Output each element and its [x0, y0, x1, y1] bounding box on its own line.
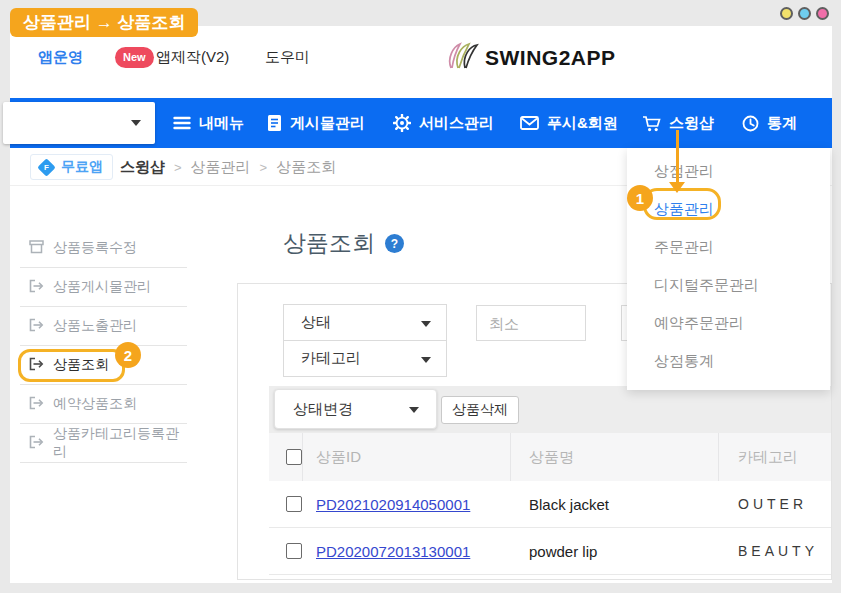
row-checkbox-cell: [269, 481, 303, 527]
row-checkbox[interactable]: [286, 496, 302, 512]
page-title: 상품조회: [283, 228, 375, 259]
breadcrumb: 스윙샵 > 상품관리 > 상품조회: [120, 148, 336, 186]
nav-item-label: 서비스관리: [419, 114, 494, 133]
product-id-link[interactable]: PD2020072013130001: [316, 543, 470, 560]
breadcrumb-separator: >: [260, 160, 268, 175]
status-change-select[interactable]: 상태변경: [274, 389, 437, 429]
help-icon[interactable]: ?: [385, 234, 404, 253]
status-change-label: 상태변경: [293, 400, 353, 419]
sidebar: 상품등록수정 상품게시물관리 상품노출관리 상품조회 예약상품조회 상품카테고리…: [20, 229, 187, 463]
annotation-path-badge: 상품관리 → 상품조회: [10, 8, 198, 37]
swing-shop-dropdown-menu: 상점관리 상품관리 주문관리 디지털주문관리 예약주문관리 상점통계: [627, 148, 830, 390]
menu-item-store-management[interactable]: 상점관리: [627, 152, 830, 190]
annotation-step-2-badge: 2: [115, 342, 141, 368]
menu-item-store-statistics[interactable]: 상점통계: [627, 342, 830, 380]
gear-icon: [393, 114, 411, 132]
breadcrumb-product-management[interactable]: 상품관리: [191, 158, 251, 177]
sidebar-item-label: 상품카테고리등록관리: [53, 425, 187, 461]
table-row: PD2020072013130001 powder lip BEAUTY: [269, 528, 831, 575]
table-header: 상품ID 상품명 카테고리: [269, 433, 831, 481]
menu-item-order-management[interactable]: 주문관리: [627, 228, 830, 266]
export-icon: [29, 279, 44, 296]
menu-item-digital-order-management[interactable]: 디지털주문관리: [627, 266, 830, 304]
select-all-checkbox[interactable]: [286, 449, 302, 465]
sidebar-item-label: 상품게시물관리: [53, 278, 151, 296]
product-id-link[interactable]: PD2021020914050001: [316, 496, 470, 513]
free-app-chip[interactable]: F 무료앱: [30, 154, 113, 180]
header-product-name: 상품명: [511, 433, 719, 481]
sidebar-item-product-exposure[interactable]: 상품노출관리: [20, 307, 187, 346]
breadcrumb-product-search[interactable]: 상품조회: [276, 158, 336, 177]
filter-select-group: 상태 카테고리: [283, 304, 447, 377]
menu-helper[interactable]: 도우미: [265, 48, 310, 67]
chevron-down-icon: [421, 321, 431, 327]
nav-item-label: 통계: [767, 114, 797, 133]
menu-item-product-management[interactable]: 상품관리: [627, 190, 830, 228]
sidebar-item-product-post-management[interactable]: 상품게시물관리: [20, 268, 187, 307]
product-category: BEAUTY: [738, 543, 818, 559]
product-name: powder lip: [529, 543, 597, 560]
mail-icon: [520, 116, 539, 130]
new-badge: New: [115, 47, 154, 68]
product-category-cell: OUTER: [719, 481, 831, 527]
main-navbar: 내메뉴 게시물관리 서비스관리 푸시&회원 스윙샵 통계: [10, 98, 832, 148]
chevron-down-icon: [131, 120, 141, 126]
status-filter-select[interactable]: 상태: [283, 304, 447, 341]
annotation-arrow-head-icon: [669, 182, 685, 193]
chevron-down-icon: [421, 357, 431, 363]
screenshot-stage: 상품관리 → 상품조회 앱운영 New 앱제작(V2) 도우미 SWING2AP…: [0, 0, 841, 593]
document-icon: [267, 114, 282, 132]
header-product-id: 상품ID: [303, 433, 511, 481]
bulk-action-toolbar: 상태변경 상품삭제: [269, 386, 831, 434]
nav-item-statistics[interactable]: 통계: [742, 98, 797, 148]
clock-icon: [742, 115, 759, 132]
sidebar-item-label: 상품등록수정: [53, 239, 137, 257]
free-app-label: 무료앱: [61, 158, 103, 176]
sidebar-item-product-category-management[interactable]: 상품카테고리등록관리: [20, 424, 187, 463]
status-filter-label: 상태: [301, 313, 331, 332]
table-row: PD2021020914050001 Black jacket OUTER: [269, 481, 831, 528]
header-checkbox-cell: [269, 433, 303, 481]
product-table: 상품ID 상품명 카테고리 PD2021020914050001 Black j…: [269, 433, 831, 579]
cart-icon: [642, 115, 661, 132]
annotation-arrow-line: [676, 130, 679, 182]
app-select-dropdown[interactable]: [3, 102, 155, 144]
row-checkbox-cell: [269, 528, 303, 574]
breadcrumb-swing-shop[interactable]: 스윙샵: [120, 158, 165, 177]
window-controls: [780, 7, 829, 20]
nav-item-label: 게시물관리: [290, 114, 365, 133]
annotation-step-1-badge: 1: [627, 185, 653, 211]
export-icon: [29, 396, 44, 413]
category-filter-select[interactable]: 카테고리: [283, 340, 447, 377]
export-icon: [29, 435, 44, 452]
window-control-minimize[interactable]: [780, 7, 793, 20]
nav-item-my-menu[interactable]: 내메뉴: [173, 98, 244, 148]
nav-item-service-management[interactable]: 서비스관리: [393, 98, 494, 148]
product-category-cell: BEAUTY: [719, 528, 831, 574]
delete-product-button[interactable]: 상품삭제: [441, 396, 519, 424]
sidebar-item-product-register-edit[interactable]: 상품등록수정: [20, 229, 187, 268]
export-icon: [29, 318, 44, 335]
window-control-maximize[interactable]: [798, 7, 811, 20]
product-name: Black jacket: [529, 496, 609, 513]
nav-item-post-management[interactable]: 게시물관리: [267, 98, 365, 148]
sidebar-item-reserved-product-search[interactable]: 예약상품조회: [20, 385, 187, 424]
menu-item-reserved-order-management[interactable]: 예약주문관리: [627, 304, 830, 342]
window-control-close[interactable]: [816, 7, 829, 20]
nav-item-push-members[interactable]: 푸시&회원: [520, 98, 618, 148]
row-checkbox[interactable]: [286, 543, 302, 559]
swing2app-logo: SWING2APP: [445, 42, 616, 74]
product-id-cell: PD2020072013130001: [303, 528, 511, 574]
page-title-row: 상품조회 ?: [283, 228, 404, 259]
nav-item-label: 내메뉴: [199, 114, 244, 133]
breadcrumb-separator: >: [174, 160, 182, 175]
product-id-cell: PD2021020914050001: [303, 481, 511, 527]
min-price-input[interactable]: [476, 305, 586, 341]
export-icon: [29, 357, 44, 374]
sidebar-item-product-search[interactable]: 상품조회: [20, 346, 187, 385]
menu-app-maker[interactable]: 앱제작(V2): [156, 48, 229, 67]
app-window: 앱운영 New 앱제작(V2) 도우미 SWING2APP: [10, 26, 832, 583]
nav-item-label: 푸시&회원: [547, 114, 618, 133]
menu-icon: [173, 116, 191, 130]
menu-app-operation[interactable]: 앱운영: [38, 48, 83, 67]
